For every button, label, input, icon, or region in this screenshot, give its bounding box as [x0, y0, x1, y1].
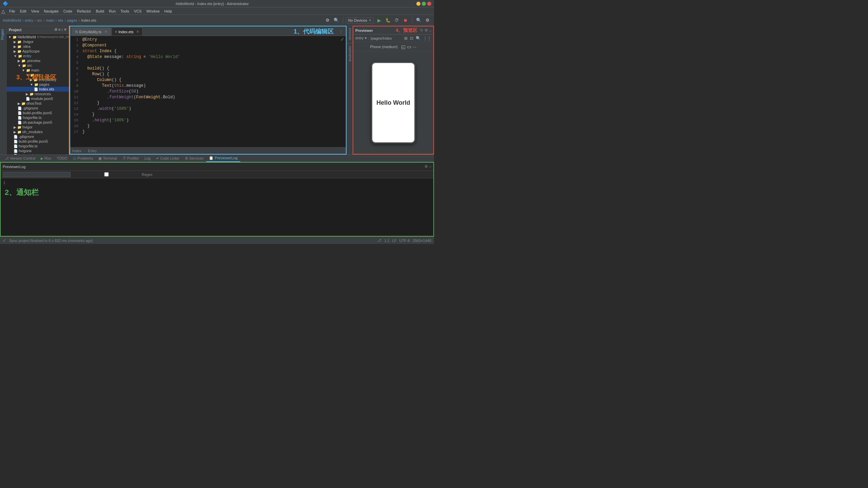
position-indicator[interactable]: 1:1	[384, 239, 389, 243]
menu-edit[interactable]: Edit	[18, 8, 28, 14]
tab-close-active-btn[interactable]: ✕	[136, 30, 139, 34]
previewer-settings-btn[interactable]: ⚙	[425, 28, 428, 33]
tree-build-profile-root[interactable]: 📄 build-profile.json5	[7, 139, 69, 144]
close-btn[interactable]	[427, 2, 431, 6]
maximize-btn[interactable]	[422, 2, 426, 6]
tree-ets[interactable]: ▼ 📁 ets	[7, 73, 69, 77]
tab-terminal[interactable]: ▣ Terminal	[96, 155, 120, 162]
menu-build[interactable]: Build	[94, 8, 106, 14]
bookmarks-tab[interactable]: Bookmarks	[348, 44, 352, 63]
stop-btn[interactable]: ⏹	[402, 17, 409, 24]
menu-navigate[interactable]: Navigate	[42, 8, 60, 14]
project-tab[interactable]: Project	[0, 26, 6, 43]
code-area[interactable]: 1 @Entry 2 @Component 3 struct Index { 4…	[70, 36, 346, 147]
tree-entry[interactable]: ▼ 📁 entry	[7, 54, 69, 58]
tree-oh-modules[interactable]: ▶ 📁 oh_modules	[7, 129, 69, 134]
tab-previewer-log[interactable]: 📋 PreviewerLog	[206, 155, 240, 162]
tree-main[interactable]: ▼ 📁 main	[7, 68, 69, 73]
tab-close-btn[interactable]: ✕	[104, 30, 107, 34]
regex-checkbox[interactable]	[73, 172, 140, 177]
breadcrumb-entry[interactable]: entry	[25, 18, 33, 22]
line-sep-indicator[interactable]: LF	[392, 239, 397, 243]
tree-gitignore-root[interactable]: 📄 .gitignore	[7, 134, 69, 139]
search-toolbar-btn[interactable]: 🔍	[333, 17, 340, 24]
tree-index-ets[interactable]: 📄 Index.ets	[7, 87, 69, 92]
structure-tab[interactable]: Structure	[348, 26, 352, 42]
tree-label: build-profile.json5	[19, 139, 48, 143]
menu-view[interactable]: View	[29, 8, 41, 14]
menu-window[interactable]: Window	[144, 8, 162, 14]
preview-zoom-btn[interactable]: 🔍	[416, 36, 421, 41]
breadcrumb-src[interactable]: src	[37, 18, 42, 22]
tab-profiler[interactable]: ⏱ Profiler	[120, 155, 142, 162]
breadcrumb-file[interactable]: Index.ets	[81, 18, 96, 22]
preview-scale-btn[interactable]: ⊡	[410, 36, 413, 41]
menu-run[interactable]: Run	[107, 8, 118, 14]
tree-gitignore-entry[interactable]: 📄 .gitignore	[7, 106, 69, 110]
settings-toolbar-btn[interactable]: ⚙	[324, 17, 331, 24]
tree-hvigor-hidden[interactable]: ▶ 📁 .hvigor	[7, 39, 69, 44]
tree-entryability[interactable]: ▶ 📁 entryability	[7, 77, 69, 82]
tree-src[interactable]: ▼ 📁 src	[7, 63, 69, 68]
panel-gear-btn[interactable]: ⚙	[54, 27, 58, 32]
tab-code-linter[interactable]: ✔ Code Linter	[153, 155, 182, 162]
tree-oh-package-entry[interactable]: 📄 oh-package.json5	[7, 120, 69, 125]
tree-idea[interactable]: ▶ 📁 .idea	[7, 44, 69, 49]
tree-label: pages	[39, 82, 50, 86]
tree-hvigorw[interactable]: 📄 hvigorw	[7, 148, 69, 153]
tab-services[interactable]: ⚙ Services	[182, 155, 206, 162]
tab-todo[interactable]: TODO	[54, 155, 70, 162]
rotate-landscape-btn[interactable]: ▭	[407, 44, 411, 49]
menu-help[interactable]: Help	[162, 8, 174, 14]
breadcrumb-ets[interactable]: ets	[58, 18, 63, 22]
tree-build-profile-entry[interactable]: 📄 build-profile.json5	[7, 110, 69, 115]
editor-split-btn[interactable]: ⋮	[337, 28, 344, 36]
tree-preview[interactable]: ▶ 📁 .preview	[7, 58, 69, 63]
breadcrumb-project[interactable]: HelloWorld	[3, 18, 21, 22]
no-devices-dropdown[interactable]: No Devices ▼	[346, 17, 374, 23]
tree-helloworld[interactable]: ▼ 📁 HelloWorld D:\HarmonyOS-IDE_FirstCou…	[7, 35, 69, 39]
tree-ohostest[interactable]: ▶ 📁 ohosTest	[7, 101, 69, 106]
gear-btn[interactable]: ⚙	[424, 17, 431, 24]
log-settings-btn[interactable]: ⚙	[425, 164, 428, 169]
tab-entryability[interactable]: ts EntryAbility.ts ✕	[72, 27, 111, 36]
tree-pages[interactable]: ▼ 📁 pages	[7, 82, 69, 87]
previewer-close-btn[interactable]: –	[429, 28, 431, 33]
tree-module-json5[interactable]: 📄 module.json5	[7, 96, 69, 101]
grid-view-btn[interactable]: ⊞	[404, 36, 408, 41]
tree-hvigor[interactable]: ▶ 📁 hvigor	[7, 125, 69, 129]
menu-vcs[interactable]: VCS	[132, 8, 144, 14]
debug-btn[interactable]: 🐛	[384, 17, 392, 24]
device-more-btn[interactable]: ···	[413, 44, 417, 49]
search-global-btn[interactable]: 🔍	[415, 17, 422, 24]
breadcrumb-pages[interactable]: pages	[67, 18, 77, 22]
panel-sort-btn[interactable]: ↕	[61, 27, 63, 32]
log-close-btn[interactable]: –	[429, 164, 431, 169]
panel-collapse-btn[interactable]: ≡	[58, 27, 60, 32]
tab-run[interactable]: ▶ Run	[38, 155, 54, 162]
tab-problems[interactable]: ⚠ Problems	[70, 155, 96, 162]
previewer-sync-btn[interactable]: ↻	[420, 28, 423, 33]
tree-hvigorw-bat[interactable]: 📄 hvigorw.bat	[7, 153, 69, 155]
tab-indexets[interactable]: e Index.ets ✕	[112, 27, 143, 36]
menu-file[interactable]: File	[7, 8, 17, 14]
run-btn[interactable]: ▶	[375, 17, 383, 24]
encoding-indicator[interactable]: UTF-8	[399, 239, 410, 243]
tree-appscope[interactable]: ▶ 📁 AppScope	[7, 49, 69, 54]
breadcrumb-main[interactable]: main	[46, 18, 54, 22]
entry-dropdown[interactable]: entry ▾	[355, 36, 367, 40]
menu-refactor[interactable]: Refactor	[75, 8, 93, 14]
minimize-btn[interactable]	[416, 2, 420, 6]
tree-hvigorfile-entry[interactable]: 📄 hvigorfile.ts	[7, 115, 69, 120]
tree-resources[interactable]: ▶ 📁 resources	[7, 92, 69, 96]
profile-btn[interactable]: ⏱	[393, 17, 400, 24]
menu-code[interactable]: Code	[61, 8, 74, 14]
log-search-input[interactable]	[3, 172, 71, 177]
panel-close-btn[interactable]: ✕	[64, 27, 67, 32]
preview-more-btn[interactable]: ⋮⋮	[423, 36, 431, 41]
tree-hvigorfile-root[interactable]: 📄 hvigorfile.ts	[7, 144, 69, 148]
menu-tools[interactable]: Tools	[118, 8, 131, 14]
tab-log[interactable]: Log	[142, 155, 153, 162]
rotate-portrait-btn[interactable]: ◱	[401, 44, 406, 49]
tab-version-control[interactable]: ⎇ Version Control	[2, 155, 38, 162]
